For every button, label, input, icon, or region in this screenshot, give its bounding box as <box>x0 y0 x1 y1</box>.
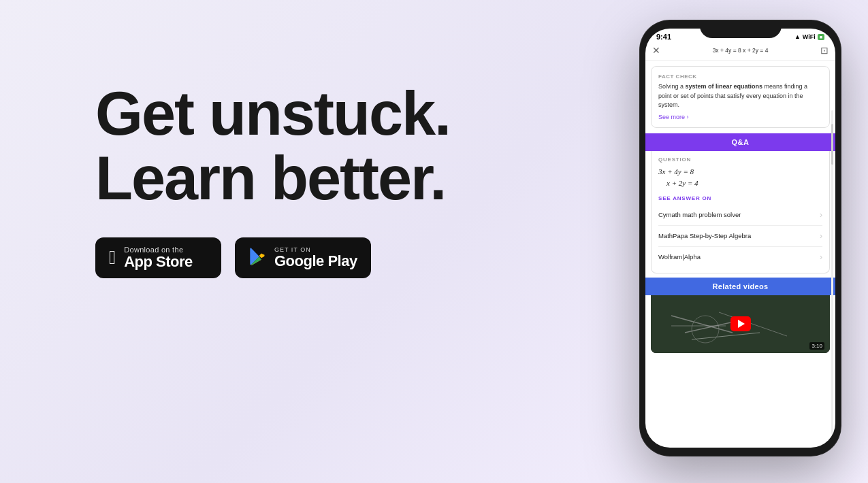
store-buttons-container:  Download on the App Store GE <box>95 237 504 278</box>
video-thumbnail[interactable]: 3:10 <box>651 295 830 353</box>
app-store-line2: App Store <box>124 254 193 270</box>
signal-icon: ▲ <box>794 33 801 40</box>
equation-line2: x + 2y = 4 <box>658 178 822 190</box>
close-icon[interactable]: ✕ <box>652 45 660 56</box>
info-card: FACT CHECK Solving a system of linear eq… <box>651 66 830 128</box>
video-thumb-bg <box>651 295 830 353</box>
qa-header: Q&A <box>645 133 835 151</box>
phone-screen: 9:41 ▲ WiFi ■ ✕ 3x + 4y = 8 x + 2y = 4 ⊡… <box>645 29 835 448</box>
scroll-indicator <box>831 110 833 434</box>
chevron-right-icon: › <box>820 252 822 262</box>
play-button[interactable] <box>730 316 751 331</box>
answer-item[interactable]: MathPapa Step-by-Step Algebra › <box>658 226 822 247</box>
google-play-line1: GET IT ON <box>274 246 357 253</box>
chevron-right-icon: › <box>820 210 822 220</box>
info-text-bold: system of linear equations <box>686 83 763 90</box>
google-play-line2: Google Play <box>274 253 357 269</box>
phone-notch <box>700 20 782 38</box>
status-time: 9:41 <box>656 33 671 41</box>
hero-headline: Get unstuck. Learn better. <box>95 82 504 210</box>
see-more-link[interactable]: See more › <box>658 114 822 120</box>
status-icons: ▲ WiFi ■ <box>794 33 824 40</box>
question-label: QUESTION <box>658 156 822 163</box>
see-answer-label: SEE ANSWER ON <box>658 195 822 201</box>
equation-header: 3x + 4y = 8 x + 2y = 4 <box>660 47 820 54</box>
wifi-icon: WiFi <box>803 33 816 40</box>
scroll-thumb <box>831 124 833 165</box>
info-card-label: FACT CHECK <box>658 73 822 80</box>
phone-frame: 9:41 ▲ WiFi ■ ✕ 3x + 4y = 8 x + 2y = 4 ⊡… <box>640 20 841 456</box>
answer-item[interactable]: Cymath math problem solver › <box>658 205 822 226</box>
play-triangle-icon <box>738 320 745 328</box>
info-card-text: Solving a system of linear equations mea… <box>658 82 822 110</box>
battery-icon: ■ <box>818 34 824 40</box>
chevron-right-icon: › <box>820 231 822 241</box>
hero-section: Get unstuck. Learn better.  Download on… <box>95 82 504 278</box>
apple-icon:  <box>109 247 116 269</box>
qa-equation: 3x + 4y = 8 x + 2y = 4 <box>658 166 822 190</box>
qa-body: QUESTION 3x + 4y = 8 x + 2y = 4 SEE ANSW… <box>651 151 830 273</box>
phone-mockup: 9:41 ▲ WiFi ■ ✕ 3x + 4y = 8 x + 2y = 4 ⊡… <box>640 20 841 456</box>
app-store-text: Download on the App Store <box>124 246 193 270</box>
app-store-button[interactable]:  Download on the App Store <box>95 237 221 278</box>
related-videos-header: Related videos <box>645 278 835 295</box>
equation-top-bar: ✕ 3x + 4y = 8 x + 2y = 4 ⊡ <box>645 42 835 61</box>
google-play-button[interactable]: GET IT ON Google Play <box>235 237 371 278</box>
headline-line2: Learn better. <box>95 144 445 212</box>
headline-line1: Get unstuck. <box>95 80 450 148</box>
google-play-icon <box>248 248 266 268</box>
equation-line1: 3x + 4y = 8 <box>658 166 822 178</box>
video-duration: 3:10 <box>809 342 824 350</box>
info-text-normal1: Solving a <box>658 83 686 90</box>
phone-content: FACT CHECK Solving a system of linear eq… <box>645 61 835 353</box>
app-store-line1: Download on the <box>124 246 193 254</box>
answer-items-list: Cymath math problem solver › MathPapa St… <box>658 205 822 267</box>
bookmark-icon[interactable]: ⊡ <box>820 45 829 56</box>
google-play-text: GET IT ON Google Play <box>274 246 357 269</box>
answer-item[interactable]: Wolfram|Alpha › <box>658 247 822 267</box>
